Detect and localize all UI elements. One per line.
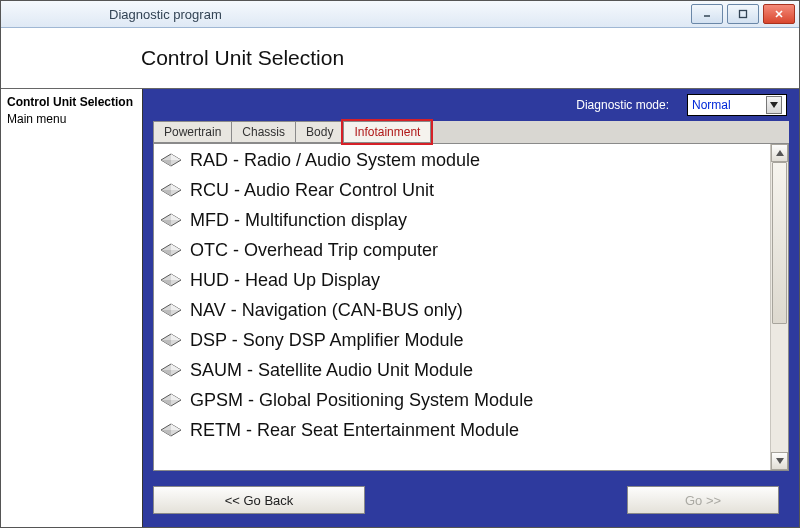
list-item-label: MFD - Multifunction display [190, 210, 407, 231]
list-item-label: OTC - Overhead Trip computer [190, 240, 438, 261]
go-next-button[interactable]: Go >> [627, 486, 779, 514]
sidebar-item-cus[interactable]: Control Unit Selection [7, 95, 136, 110]
list-item[interactable]: MFD - Multifunction display [154, 205, 770, 235]
list-item-label: GPSM - Global Positioning System Module [190, 390, 533, 411]
list-item-label: SAUM - Satellite Audio Unit Module [190, 360, 473, 381]
module-icon [160, 183, 182, 197]
window-title: Diagnostic program [109, 7, 222, 22]
tab-powertrain[interactable]: Powertrain [153, 121, 232, 143]
module-list: RAD - Radio / Audio System moduleRCU - A… [154, 144, 770, 470]
diagnostic-mode-value: Normal [692, 98, 731, 112]
minimize-button[interactable] [691, 4, 723, 24]
list-item-label: RAD - Radio / Audio System module [190, 150, 480, 171]
list-item[interactable]: DSP - Sony DSP Amplifier Module [154, 325, 770, 355]
tab-chassis[interactable]: Chassis [231, 121, 296, 143]
sidebar-item-main-menu[interactable]: Main menu [7, 112, 136, 127]
list-item[interactable]: RETM - Rear Seat Entertainment Module [154, 415, 770, 445]
list-item[interactable]: OTC - Overhead Trip computer [154, 235, 770, 265]
list-item[interactable]: RAD - Radio / Audio System module [154, 145, 770, 175]
list-item-label: NAV - Navigation (CAN-BUS only) [190, 300, 463, 321]
app-window: Diagnostic program Control Unit Selectio… [0, 0, 800, 528]
page-title: Control Unit Selection [141, 46, 344, 70]
header: Control Unit Selection [1, 28, 799, 89]
list-item[interactable]: SAUM - Satellite Audio Unit Module [154, 355, 770, 385]
svg-marker-36 [776, 458, 784, 464]
list-item-label: HUD - Head Up Display [190, 270, 380, 291]
svg-marker-35 [776, 150, 784, 156]
list-wrap: RAD - Radio / Audio System moduleRCU - A… [153, 143, 789, 471]
footer: << Go Back Go >> [143, 477, 799, 527]
list-item-label: RETM - Rear Seat Entertainment Module [190, 420, 519, 441]
window-buttons [687, 2, 799, 26]
close-button[interactable] [763, 4, 795, 24]
diagnostic-mode-row: Diagnostic mode: Normal [143, 89, 799, 121]
list-item[interactable]: GPSM - Global Positioning System Module [154, 385, 770, 415]
maximize-button[interactable] [727, 4, 759, 24]
svg-rect-1 [740, 11, 747, 18]
chevron-down-icon [766, 96, 782, 114]
scroll-track[interactable] [771, 162, 788, 452]
module-icon [160, 273, 182, 287]
scroll-down-button[interactable] [771, 452, 788, 470]
module-icon [160, 303, 182, 317]
tab-infotainment[interactable]: Infotainment [343, 121, 431, 143]
tabs: Powertrain Chassis Body Infotainment [153, 121, 789, 143]
content: Diagnostic mode: Normal Powertrain Chass… [143, 89, 799, 527]
list-item-label: DSP - Sony DSP Amplifier Module [190, 330, 463, 351]
module-icon [160, 243, 182, 257]
panel: Powertrain Chassis Body Infotainment RAD… [153, 121, 789, 471]
module-icon [160, 213, 182, 227]
list-item[interactable]: NAV - Navigation (CAN-BUS only) [154, 295, 770, 325]
titlebar: Diagnostic program [1, 1, 799, 28]
svg-marker-4 [770, 102, 778, 108]
diagnostic-mode-select[interactable]: Normal [687, 94, 787, 116]
scroll-thumb[interactable] [772, 162, 787, 324]
go-back-button[interactable]: << Go Back [153, 486, 365, 514]
module-icon [160, 153, 182, 167]
module-icon [160, 363, 182, 377]
main: Control Unit Selection Main menu Diagnos… [1, 89, 799, 527]
module-icon [160, 333, 182, 347]
scrollbar[interactable] [770, 144, 788, 470]
sidebar: Control Unit Selection Main menu [1, 89, 143, 527]
list-item-label: RCU - Audio Rear Control Unit [190, 180, 434, 201]
scroll-up-button[interactable] [771, 144, 788, 162]
list-item[interactable]: RCU - Audio Rear Control Unit [154, 175, 770, 205]
diagnostic-mode-label: Diagnostic mode: [576, 98, 669, 112]
module-icon [160, 393, 182, 407]
module-icon [160, 423, 182, 437]
list-item[interactable]: HUD - Head Up Display [154, 265, 770, 295]
tab-body[interactable]: Body [295, 121, 344, 143]
